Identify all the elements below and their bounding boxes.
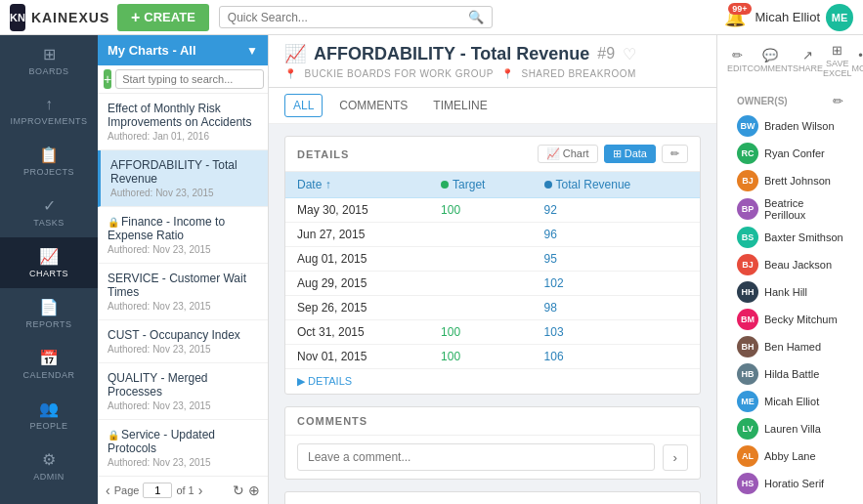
cell-revenue: 96 bbox=[533, 223, 700, 247]
list-item[interactable]: SERVICE - Customer Wait Times Authored: … bbox=[98, 264, 268, 320]
chart-icon: 📈 bbox=[284, 43, 306, 64]
tab-timeline[interactable]: TIMELINE bbox=[424, 94, 496, 117]
page-input[interactable] bbox=[143, 483, 172, 498]
sidebar-header: My Charts - All ▼ bbox=[98, 35, 268, 65]
team-member: RC Ryan Confer bbox=[727, 140, 853, 167]
team-header: OWNER(S) ✏ bbox=[727, 90, 853, 112]
avatar: HH bbox=[737, 281, 758, 303]
details-expand[interactable]: ▶ DETAILS bbox=[285, 369, 700, 394]
sidebar-item-admin[interactable]: ⚙ ADMIN bbox=[0, 441, 98, 491]
sidebar-item-improvements[interactable]: ↑ IMPROVEMENTS bbox=[0, 86, 98, 136]
details-section: DETAILS 📈 Chart ⊞ Data ✏ Date ↑ bbox=[284, 136, 701, 395]
avatar: BM bbox=[737, 309, 758, 330]
team-member: LV Lauren Villa bbox=[727, 415, 853, 442]
item-date: Authored: Jan 01, 2016 bbox=[108, 131, 258, 142]
edit-team-button[interactable]: ✏ bbox=[833, 94, 843, 108]
list-item[interactable]: 🔒Service - Updated Protocols Authored: N… bbox=[98, 420, 268, 476]
page-of-label: of 1 bbox=[176, 484, 194, 496]
team-member: HH Hank Hill bbox=[727, 278, 853, 306]
sidebar-search-input[interactable] bbox=[115, 69, 264, 89]
breadcrumb-item: SHARED BREAKROOM bbox=[521, 68, 635, 79]
comment-send-button[interactable]: › bbox=[663, 444, 688, 471]
sidebar-add-button[interactable]: + bbox=[104, 69, 111, 89]
settings-button[interactable]: ⊕ bbox=[248, 483, 260, 498]
team-label: OWNER(S) bbox=[737, 96, 788, 106]
team-member-name: Ben Hamed bbox=[764, 341, 821, 353]
prev-page-button[interactable]: ‹ bbox=[106, 483, 110, 498]
sidebar-item-projects[interactable]: 📋 PROJECTS bbox=[0, 136, 98, 187]
team-section: OWNER(S) ✏ BW Braden Wilson RC Ryan Conf… bbox=[717, 82, 863, 504]
cell-target bbox=[429, 223, 532, 247]
improvements-icon: ↑ bbox=[45, 96, 53, 113]
sidebar-item-boards[interactable]: ⊞ BOARDS bbox=[0, 35, 98, 86]
team-member-name: Abby Lane bbox=[764, 450, 816, 462]
refresh-button[interactable]: ↻ bbox=[233, 483, 244, 498]
team-member: HS Horatio Serif bbox=[727, 470, 853, 497]
excel-icon: ⊞ bbox=[832, 43, 842, 58]
avatar: BS bbox=[737, 227, 758, 248]
next-page-button[interactable]: › bbox=[198, 483, 203, 498]
chart-view-button[interactable]: 📈 Chart bbox=[538, 145, 598, 163]
chevron-down-icon: ▼ bbox=[246, 44, 258, 58]
favorite-icon[interactable]: ♡ bbox=[623, 45, 636, 63]
comment-input[interactable] bbox=[297, 443, 655, 471]
pin-icon: 📍 bbox=[284, 68, 297, 79]
comment-icon: 💬 bbox=[762, 48, 778, 63]
cell-date: Jun 27, 2015 bbox=[285, 223, 429, 247]
save-excel-button[interactable]: ⊞ SAVE EXCEL bbox=[823, 43, 852, 78]
team-member: BJ Brett Johnson bbox=[727, 167, 853, 194]
share-button[interactable]: ↗ SHARE bbox=[793, 48, 823, 73]
edit-icon: ✏ bbox=[732, 48, 743, 63]
avatar: LV bbox=[737, 418, 758, 440]
team-member-name: Braden Wilson bbox=[764, 120, 835, 132]
improvements-label: IMPROVEMENTS bbox=[10, 116, 87, 126]
list-item[interactable]: QUALITY - Merged Processes Authored: Nov… bbox=[98, 363, 268, 420]
plus-icon: + bbox=[131, 9, 140, 26]
sidebar-item-charts[interactable]: 📈 CHARTS bbox=[0, 237, 98, 288]
list-item[interactable]: AFFORDABILITY - Total Revenue Authored: … bbox=[98, 150, 268, 207]
sidebar-item-reports[interactable]: 📄 REPORTS bbox=[0, 288, 98, 339]
team-member-name: Brett Johnson bbox=[764, 175, 831, 187]
admin-icon: ⚙ bbox=[42, 450, 56, 469]
team-member-name: Lauren Villa bbox=[764, 423, 821, 435]
item-title: QUALITY - Merged Processes bbox=[108, 371, 258, 399]
sidebar-item-people[interactable]: 👥 PEOPLE bbox=[0, 390, 98, 441]
edit-details-button[interactable]: ✏ bbox=[662, 145, 688, 163]
user-area[interactable]: Micah Elliot ME bbox=[755, 4, 853, 31]
more-icon: ••• bbox=[858, 48, 863, 63]
tab-comments[interactable]: COMMENTS bbox=[330, 94, 416, 117]
item-date: Authored: Nov 23, 2015 bbox=[108, 400, 258, 411]
create-label: CREATE bbox=[144, 10, 194, 24]
list-item[interactable]: Effect of Monthly Risk Improvements on A… bbox=[98, 94, 268, 150]
sidebar-item-tasks[interactable]: ✓ TASKS bbox=[0, 187, 98, 237]
comment-button[interactable]: 💬 COMMENT bbox=[748, 48, 794, 73]
notifications-button[interactable]: 🔔 99+ bbox=[724, 7, 746, 28]
cell-revenue: 102 bbox=[533, 272, 700, 296]
avatar: RC bbox=[737, 143, 758, 164]
more-button[interactable]: ••• MORE bbox=[852, 48, 863, 73]
item-date: Authored: Nov 23, 2015 bbox=[108, 301, 258, 312]
search-input[interactable] bbox=[228, 11, 468, 24]
sidebar-search-bar: + 🔍 ▾ bbox=[98, 65, 268, 94]
team-member-name: Hilda Battle bbox=[764, 368, 819, 380]
list-item[interactable]: CUST - Occupancy Index Authored: Nov 23,… bbox=[98, 320, 268, 363]
cell-target: 100 bbox=[429, 345, 532, 369]
team-member-name: Beau Jackson bbox=[764, 259, 832, 271]
title-row: 📈 AFFORDABILITY - Total Revenue #9 ♡ bbox=[284, 43, 701, 64]
table-row: Aug 29, 2015 102 bbox=[285, 272, 700, 296]
table-row: Oct 31, 2015 100 103 bbox=[285, 320, 700, 345]
list-item[interactable]: 🔒Finance - Income to Expense Ratio Autho… bbox=[98, 207, 268, 264]
avatar: HB bbox=[737, 363, 758, 385]
sidebar-item-calendar[interactable]: 📅 CALENDAR bbox=[0, 339, 98, 390]
tasks-label: TASKS bbox=[33, 218, 64, 228]
col-date-header[interactable]: Date ↑ bbox=[285, 172, 429, 198]
share-label: SHARE bbox=[793, 63, 823, 73]
tab-all[interactable]: ALL bbox=[284, 94, 323, 117]
search-bar: 🔍 bbox=[219, 6, 493, 28]
comment-input-row: › bbox=[285, 436, 700, 479]
edit-button[interactable]: ✏ EDIT bbox=[727, 48, 748, 73]
team-member-name: Hank Hill bbox=[764, 286, 807, 298]
data-view-button[interactable]: ⊞ Data bbox=[604, 145, 656, 163]
create-button[interactable]: + CREATE bbox=[117, 4, 209, 31]
share-icon: ↗ bbox=[802, 48, 813, 63]
